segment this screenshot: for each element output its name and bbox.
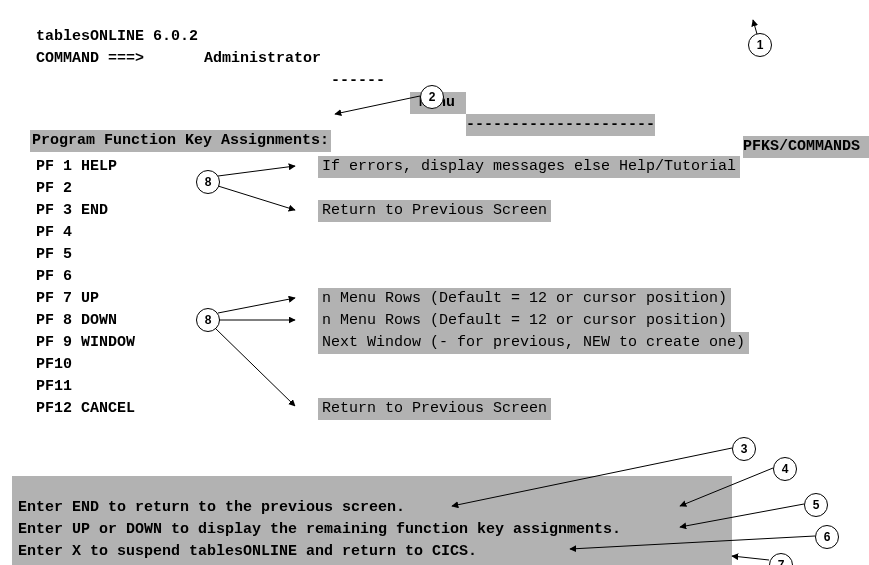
pf-row: PF 8 DOWNn Menu Rows (Default = 12 or cu… bbox=[18, 310, 851, 332]
pf-row: PF 6 bbox=[18, 266, 851, 288]
pf-label: PF10 bbox=[36, 354, 72, 376]
callout-4: 4 bbox=[773, 457, 797, 481]
subtitle-text: Program Function Key Assignments: bbox=[30, 130, 331, 152]
pf-row: PF12 CANCELReturn to Previous Screen bbox=[18, 398, 851, 420]
pf-label: PF 5 bbox=[36, 244, 72, 266]
command-line: COMMAND ===> bbox=[18, 26, 851, 48]
pf-row: PF 4 bbox=[18, 222, 851, 244]
callout-7: 7 bbox=[769, 553, 793, 565]
pf-description: Next Window (- for previous, NEW to crea… bbox=[318, 332, 749, 354]
callout-3: 3 bbox=[732, 437, 756, 461]
subtitle-row: Program Function Key Assignments: bbox=[18, 108, 851, 130]
pf-label: PF 1 HELP bbox=[36, 156, 117, 178]
pf-label: PF 4 bbox=[36, 222, 72, 244]
callout-2: 2 bbox=[420, 85, 444, 109]
pf-label: PF12 CANCEL bbox=[36, 398, 135, 420]
pf-label: PF 2 bbox=[36, 178, 72, 200]
pf-row: PF11 bbox=[18, 376, 851, 398]
pf-label: PF 3 END bbox=[36, 200, 108, 222]
instruction-2: Enter UP or DOWN to display the remainin… bbox=[18, 519, 621, 541]
pf-row: PF10 bbox=[18, 354, 851, 376]
header-line: tablesONLINE 6.0.2 Administrator ------ … bbox=[18, 4, 851, 26]
pfks-commands-label: PFKS/COMMANDS bbox=[743, 136, 869, 158]
command-label: COMMAND ===> bbox=[36, 48, 144, 70]
pf-row: PF 3 ENDReturn to Previous Screen bbox=[18, 200, 851, 222]
callout-6: 6 bbox=[815, 525, 839, 549]
pf-label: PF11 bbox=[36, 376, 72, 398]
pf-row: PF 7 UPn Menu Rows (Default = 12 or curs… bbox=[18, 288, 851, 310]
pf-description: If errors, display messages else Help/Tu… bbox=[318, 156, 740, 178]
pf-label: PF 9 WINDOW bbox=[36, 332, 135, 354]
dash-left: ------ bbox=[331, 70, 385, 92]
pf-description: n Menu Rows (Default = 12 or cursor posi… bbox=[318, 288, 731, 310]
pf-label: PF 8 DOWN bbox=[36, 310, 117, 332]
pf-row: PF 9 WINDOWNext Window (- for previous, … bbox=[18, 332, 851, 354]
instruction-1: Enter END to return to the previous scre… bbox=[18, 497, 405, 519]
pf-description: n Menu Rows (Default = 12 or cursor posi… bbox=[318, 310, 731, 332]
svg-line-11 bbox=[732, 556, 769, 560]
pf-label: PF 6 bbox=[36, 266, 72, 288]
callout-1: 1 bbox=[748, 33, 772, 57]
pf-label: PF 7 UP bbox=[36, 288, 99, 310]
pf-row: PF 2 bbox=[18, 178, 851, 200]
callout-8b: 8 bbox=[196, 308, 220, 332]
pf-row: PF 1 HELPIf errors, display messages els… bbox=[18, 156, 851, 178]
pf-description: Return to Previous Screen bbox=[318, 398, 551, 420]
callout-5: 5 bbox=[804, 493, 828, 517]
pf-description: Return to Previous Screen bbox=[318, 200, 551, 222]
pf-row: PF 5 bbox=[18, 244, 851, 266]
role-label: Administrator bbox=[204, 48, 321, 70]
callout-8a: 8 bbox=[196, 170, 220, 194]
instruction-3: Enter X to suspend tablesONLINE and retu… bbox=[18, 541, 477, 563]
